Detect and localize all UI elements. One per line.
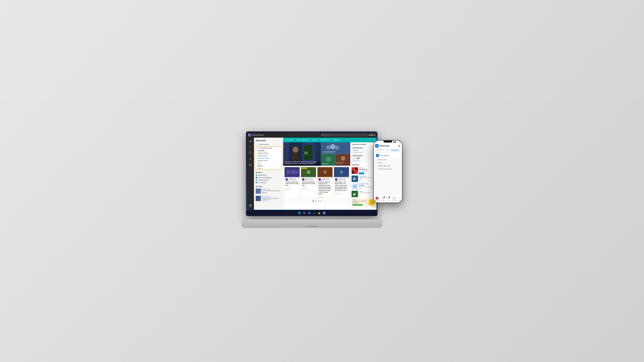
svg-point-46: [340, 171, 343, 174]
sidebar-item-activity[interactable]: Activity: [248, 145, 253, 150]
sidebar-item-calendar[interactable]: [248, 162, 253, 167]
nav-dashboard[interactable]: Dashboard: [332, 139, 341, 141]
phone-tab-dashboard[interactable]: Dashboard: [375, 148, 385, 151]
news-feed-row: M Megan Bowen Wed at 5:46 PM: [284, 167, 349, 199]
site-the-landing[interactable]: H The Landing: [254, 181, 283, 184]
search-input[interactable]: [324, 134, 367, 136]
dashboard-cafe-card[interactable]: ☕ Café 40 Order today's specials: [352, 191, 376, 197]
nav-quick-access[interactable]: ▼ Quick Access: [254, 143, 283, 146]
teams-search-bar[interactable]: [321, 133, 368, 137]
hero-card-wellbeing[interactable]: Wellbeing: carve out breaks in Outlook: [336, 154, 350, 166]
svg-point-60: [303, 212, 305, 213]
sidebar-item-chat[interactable]: Chat: [248, 150, 253, 156]
close-button[interactable]: ✕: [374, 134, 376, 136]
news-card-4[interactable]: M Megan Bowen Wed at 3:11 PM: [334, 167, 349, 199]
svg-text:T: T: [248, 134, 250, 136]
taskbar-windows-icon[interactable]: [297, 211, 301, 215]
nav-relecloud-works[interactable]: Relecloud Works: [255, 152, 282, 154]
phone-sub-find-it[interactable]: › Find it: [376, 161, 401, 164]
world-image: Building a more sustainable world: [321, 154, 336, 166]
holidays-thumb: [352, 167, 358, 174]
back-icon[interactable]: ↺: [367, 139, 369, 141]
phone-nav-the-landing[interactable]: H The Landing: [375, 153, 401, 158]
nav-events[interactable]: Events: [255, 164, 282, 167]
hero-section: ████ ████ Meet the team behind the desig…: [283, 142, 350, 166]
nav-who-we-are[interactable]: Who we are: [285, 139, 295, 141]
nav-learning-portal[interactable]: Learning Portal: [255, 159, 282, 162]
search-icon[interactable]: 🔍: [370, 139, 372, 141]
nav-policy[interactable]: Policy: [255, 167, 282, 170]
star-icon[interactable]: ☆: [364, 139, 366, 141]
taskbar-search-icon[interactable]: [302, 211, 306, 215]
sharepoint-main-content: ████ ████ Meet the team behind the desig…: [283, 142, 350, 210]
phone-tab-resources[interactable]: Resources: [390, 148, 400, 151]
site-global-sales[interactable]: Global Sales: [254, 174, 283, 176]
nav-find-it[interactable]: Find it ▾: [311, 139, 318, 141]
sidebar-item-apps[interactable]: Apps: [248, 203, 253, 209]
laptop-base: [242, 219, 382, 228]
phone-nav-calendar[interactable]: Calendar: [392, 197, 396, 201]
carousel-dot[interactable]: [320, 200, 321, 202]
carousel-dot[interactable]: [314, 200, 316, 202]
dashboard-tasks-card[interactable]: Assigned Tasks No tasks You don't have a…: [352, 183, 376, 190]
hero-card-main[interactable]: ████ ████ Meet the team behind the desig…: [283, 142, 321, 166]
calendar-nav-icon: [393, 197, 395, 200]
site-sales-marketing[interactable]: Sales and Marketing: [254, 176, 283, 179]
phone-tab-feed[interactable]: Feed: [385, 148, 390, 151]
carousel-dot[interactable]: [318, 200, 319, 202]
phone-nav-activity[interactable]: 1 Activity: [382, 197, 385, 201]
taskbar-widgets-icon[interactable]: [307, 211, 311, 215]
sidebar-item-teams[interactable]: [248, 156, 253, 162]
hero-card-world[interactable]: Building a more sustainable world: [321, 154, 336, 166]
phone-nav-more[interactable]: More: [398, 197, 401, 201]
nav-news-item-1[interactable]: Relecloud News Our Three Steps to Improv…: [254, 188, 283, 195]
nav-health-fitness[interactable]: Health and Fitness: [255, 157, 282, 159]
phone-nav-chat[interactable]: 2 Chat: [387, 197, 390, 201]
nav-give[interactable]: Give: [255, 162, 282, 164]
taskbar-edge-icon[interactable]: [312, 211, 316, 215]
dashboard-health-card[interactable]: 🏥 Health Check Complete before entering …: [352, 176, 376, 182]
news-card-3[interactable]: M Megan Bowen Wed at 3:13 PM: [317, 167, 333, 199]
svg-text:████: ████: [304, 153, 308, 154]
carousel-dot-active[interactable]: [313, 200, 314, 202]
my-news-header: My News: [254, 185, 283, 188]
nav-news-item-2[interactable]: Relecloud News President's Keynote Speec…: [254, 195, 283, 203]
meditate-button[interactable]: Start meditating: [352, 204, 362, 206]
svg-point-27: [335, 146, 339, 150]
sharepoint-right-panel: Local time & weather Relecloud HQ 2:49 P…: [350, 142, 376, 210]
dashboard-title: Dashboard: [352, 164, 359, 166]
taskbar-teams-icon[interactable]: T: [322, 211, 326, 215]
phone-sub-whats-happening[interactable]: › What's happening: [376, 165, 401, 167]
news-card-1[interactable]: M Megan Bowen Wed at 5:46 PM: [284, 167, 300, 199]
dashboard-holidays-card[interactable]: Holidays November 25 Thanksgiving Day Se…: [352, 167, 376, 174]
phone-nav-relecloud[interactable]: RC Relecloud: [375, 197, 379, 201]
nav-company-store[interactable]: Company Store: [255, 154, 282, 157]
nav-my-sharepoint[interactable]: My SharePoint: [319, 139, 331, 141]
dashboard-insights-card[interactable]: Insights Give your mind a break with Hea…: [352, 198, 376, 207]
bookmark-icon[interactable]: 🔖: [398, 145, 400, 147]
sidebar-close-button[interactable]: [248, 139, 253, 144]
phone-sub-who-we-are[interactable]: › Who we are: [376, 158, 401, 161]
svg-rect-64: [308, 213, 309, 214]
svg-point-19: [292, 147, 298, 153]
taskbar-store-icon[interactable]: [317, 211, 321, 215]
teams-icon-sidebar: Activity Chat: [247, 138, 254, 210]
hero-card-innovation[interactable]: ng new product innovation, eed in partne…: [321, 142, 350, 154]
news-text-2: Relecloud News President's Keynote Speec…: [262, 196, 281, 202]
svg-point-42: [307, 170, 310, 174]
minimize-button[interactable]: ─: [369, 134, 371, 136]
nav-org-info[interactable]: ▼ Organizational Info: [255, 147, 282, 149]
news-card-2[interactable]: Boosted: [301, 167, 316, 199]
carousel-dot[interactable]: [316, 200, 317, 202]
weather-source-link[interactable]: MSN Weather: [353, 160, 374, 161]
activity-icon: [249, 145, 252, 148]
phone-sub-covid[interactable]: › COVID-19 resources: [376, 168, 401, 170]
maximize-button[interactable]: □: [371, 134, 373, 136]
site-relecloud-news[interactable]: Relecloud News: [254, 179, 283, 181]
nav-whats-happening[interactable]: What's happening ▾: [296, 139, 310, 141]
svg-point-79: [400, 198, 400, 198]
holidays-see-all-button[interactable]: See all: [359, 172, 364, 174]
apps-icon: [249, 204, 252, 207]
teams-nav-panel: Relecloud ▼ Quick Access ▼: [254, 138, 283, 210]
nav-benefits[interactable]: ▼ Benefits: [255, 149, 282, 152]
